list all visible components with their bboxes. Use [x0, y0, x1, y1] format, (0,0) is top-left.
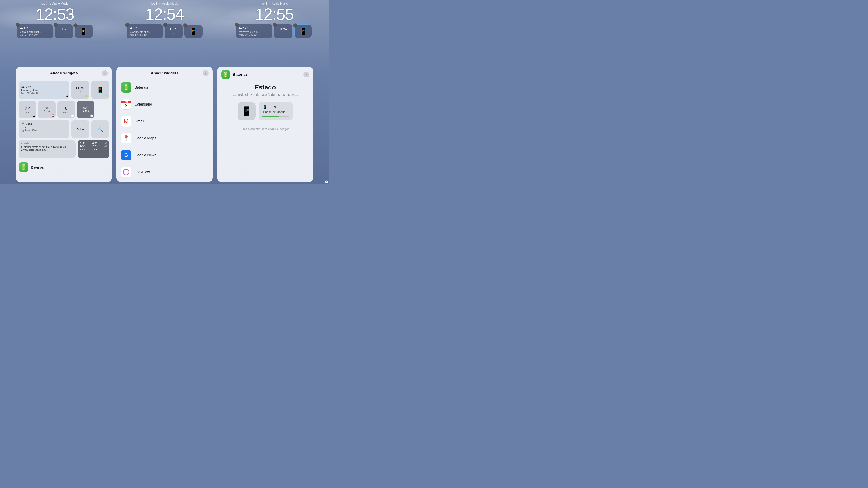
minus-badge-b1[interactable]: − — [54, 23, 58, 27]
minus-badge-b3[interactable]: − — [273, 23, 277, 27]
panel-app-list: Añadir widgets × 🔋 Baterías JUE 3 Calend… — [116, 67, 213, 182]
panel3-close-button[interactable]: × — [303, 72, 309, 77]
battery-60-widget[interactable]: 60 % ↑ 🔋 — [71, 81, 89, 99]
battery-widget-3: − 0 % ↑ — [274, 24, 292, 38]
cup-time: 4:53 — [83, 109, 89, 113]
minus-badge-w2[interactable]: − — [125, 23, 129, 27]
battery-widget-2: − 0 % ↑ — [164, 24, 183, 38]
phone-screens-row: jue 3 ♫ Apple Music 12:53 − 🌥 17° Mayorm… — [0, 0, 329, 64]
gnews-icon: G — [121, 150, 131, 160]
weather-widget-1: − 🌥 17° Mayormente nubl... Máx. 17° Mín.… — [17, 24, 53, 38]
list-item-gmail[interactable]: M Gmail — [118, 113, 211, 130]
temp-num: 22 — [25, 105, 30, 111]
panel-widget-grid: Añadir widgets × 🌥 22° Nubes y claros Má… — [16, 67, 112, 182]
minus-badge-p1[interactable]: − — [73, 24, 78, 28]
list-item-calendar[interactable]: JUE 3 Calendario — [118, 96, 211, 113]
calendar-icon: JUE 3 — [121, 99, 131, 109]
estado-section: Estado Controla el nivel de batería de t… — [217, 82, 313, 135]
music-icon-1: ♫ — [49, 2, 51, 5]
panel1-close-button[interactable]: × — [102, 70, 108, 76]
clock-3: 12:55 — [255, 6, 293, 22]
minus-badge-p3[interactable]: − — [293, 24, 297, 28]
battery-arrow-2: ↑ — [173, 33, 174, 36]
music-label-3: Apple Music — [272, 2, 288, 5]
panel1-title: Añadir widgets — [26, 71, 102, 75]
weather-widget-3: − 🌥 17° Mayormente nubl... Máx. 17° Mín.… — [236, 24, 272, 38]
weather-temp-1: 17° — [24, 26, 29, 30]
battery-60-pct: 60 % — [76, 86, 84, 90]
battery-app-badge: 🔋 — [85, 94, 88, 98]
weather-temp-2: 17° — [133, 26, 138, 30]
cup-label: CUP — [83, 106, 88, 109]
weather-app-icon: 🌤 — [65, 94, 68, 98]
device-pct: 63 % — [268, 105, 276, 109]
battery-widget-1: − 0 % ↑ — [55, 24, 73, 38]
weather-widget-large[interactable]: 🌥 22° Nubes y claros Máx. 31° Mín. 18° 🌤 — [19, 81, 69, 99]
day-label-2: jue 3 — [151, 2, 157, 5]
list-item-gnews[interactable]: G Google News — [118, 147, 211, 164]
batteries-name: Baterías — [134, 86, 148, 90]
mail-widget[interactable]: 0 nuevo ✉️ — [57, 101, 75, 119]
battery-pct-3: 0 % — [280, 27, 287, 32]
widget-row-3: 📍Casa 13:23 🚗 Poco tráfico 🗺 Editar 🔍 🗺 — [16, 119, 112, 138]
minus-badge-w3[interactable]: − — [235, 23, 239, 27]
phone-widget-1: − 📱 — [75, 25, 93, 38]
phone-screen-2: jue 3 ♫ Apple Music 12:54 − 🌥 17° Mayorm… — [116, 2, 213, 38]
panel-batteries-detail: 🔋 Baterías × Estado Controla el nivel de… — [217, 67, 313, 182]
device-phone-small: 📱 — [262, 105, 267, 109]
weather-desc-2: Mayormente nubl... — [129, 31, 160, 33]
phone-screen-3: jue 3 ♫ Apple Music 12:55 − 🌥 17° Mayorm… — [225, 2, 323, 38]
estado-desc: Controla el nivel de batería de tus disp… — [232, 93, 298, 96]
clock-1: 12:53 — [36, 6, 74, 22]
mail-sub: nuevo — [63, 111, 69, 113]
battery-arrow-1: ↑ — [63, 33, 65, 36]
mail-count: 0 — [65, 106, 67, 111]
phone-screen-1: jue 3 ♫ Apple Music 12:53 − 🌥 17° Mayorm… — [6, 2, 103, 38]
phone-widget-2: − 📱 — [184, 25, 203, 38]
minus-badge-b2[interactable]: − — [163, 23, 167, 27]
device-name: iPhone de Manuel — [262, 110, 289, 113]
top-bar-2: jue 3 ♫ Apple Music — [151, 2, 178, 5]
day-label-3: jue 3 — [261, 2, 267, 5]
nada-text: Nada — [44, 110, 50, 112]
lockflow-name: LockFlow — [134, 170, 150, 174]
battery-bar-fill — [262, 116, 279, 117]
gnews-name: Google News — [134, 153, 156, 157]
device-card[interactable]: 📱 63 % iPhone de Manuel — [259, 102, 293, 121]
list-item-batteries[interactable]: 🔋 Baterías — [118, 79, 211, 96]
bottom-batteries-icon: 🔋 — [19, 162, 29, 172]
edit-widget[interactable]: Editar — [71, 120, 89, 138]
music-label-2: Apple Music — [162, 2, 178, 5]
list-item-maps[interactable]: 📍 Google Maps — [118, 130, 211, 147]
news-widget[interactable]: EL PAÍS El empleo reflota en octubre: el… — [19, 140, 76, 158]
music-label-1: Apple Music — [52, 2, 68, 5]
weather-desc-3: Mayormente nubl... — [239, 31, 270, 33]
mail-badge: ✉️ — [71, 114, 74, 118]
phone-widget-3: − 📱 — [294, 24, 312, 38]
temp-22-widget[interactable]: 22 18 31 🌤 — [19, 101, 36, 119]
calendar-name: Calendario — [134, 102, 152, 106]
find-widget[interactable]: 🔍 🗺 — [91, 120, 109, 138]
location-widget[interactable]: 📍Casa 13:23 🚗 Poco tráfico 🗺 — [19, 120, 69, 138]
lockflow-icon — [121, 167, 131, 177]
estado-hint: Toca o arrastra para añadir el widget. — [241, 127, 289, 131]
widgets-row-1: − 🌥 17° Mayormente nubl... Máx. 17° Mín.… — [17, 24, 93, 38]
widgets-row-3: − 🌥 17° Mayormente nubl... Máx. 17° Mín.… — [236, 24, 312, 38]
phone-icon-widget[interactable]: 📱 🔋 — [91, 81, 109, 99]
nada-widget[interactable]: 📅 Nada 📅 — [38, 101, 56, 119]
battery-60-arrow: ↑ — [80, 90, 81, 94]
day-label-1: jue 3 — [41, 2, 48, 5]
batteries-icon: 🔋 — [121, 82, 131, 93]
list-item-lockflow[interactable]: LockFlow — [118, 164, 211, 181]
panel2-header: Añadir widgets × — [116, 67, 213, 79]
panel2-close-button[interactable]: × — [203, 70, 209, 76]
world-clock-widget[interactable]: CUP 4:53 -8 TOK 20:53 +8 SYD 22:53 +10 🕐 — [78, 140, 109, 158]
clock-2: 12:54 — [145, 6, 184, 22]
panel3-header: 🔋 Baterías × — [217, 67, 313, 82]
weather-minmax-2: Máx. 17° Mín. 10° — [129, 34, 160, 36]
cup-time-widget[interactable]: CUP 4:53 🕐 — [77, 101, 94, 119]
minus-badge-w1[interactable]: − — [16, 23, 20, 27]
panel1-bottom-strip: 🔋 Baterías — [16, 160, 112, 175]
device-phone-icon: 📱 — [238, 102, 256, 120]
minus-badge-p2[interactable]: − — [183, 24, 187, 28]
